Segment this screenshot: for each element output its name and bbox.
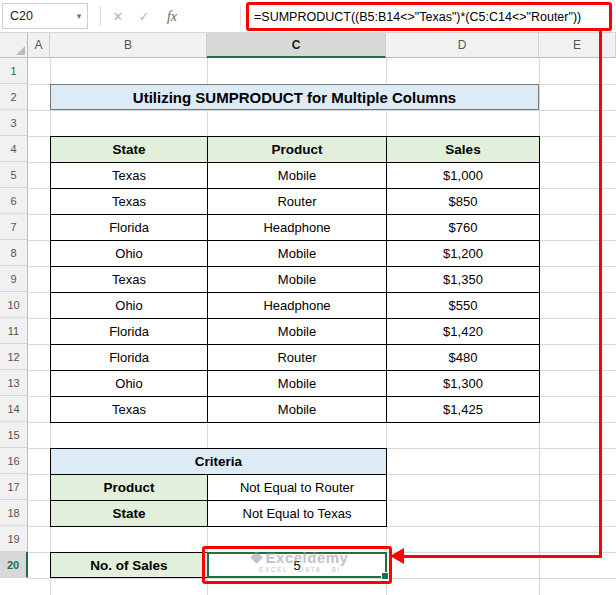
- cell-product[interactable]: Router: [208, 345, 387, 371]
- table-row: OhioMobile$1,200: [51, 241, 540, 267]
- row-header-13[interactable]: 13: [0, 370, 28, 396]
- criteria-label-product[interactable]: Product: [51, 475, 208, 501]
- row-header-20[interactable]: 20: [0, 552, 28, 578]
- table-row: TexasMobile$1,350: [51, 267, 540, 293]
- row-header-4[interactable]: 4: [0, 136, 28, 162]
- row-header-10[interactable]: 10: [0, 292, 28, 318]
- annotation-red-box: [202, 546, 392, 584]
- table-row: OhioHeadphone$550: [51, 293, 540, 319]
- name-box-value: C20: [3, 9, 71, 23]
- cell-product[interactable]: Mobile: [208, 241, 387, 267]
- cell-product[interactable]: Headphone: [208, 293, 387, 319]
- row-headers: 1234567891011121314151617181920: [0, 58, 28, 578]
- cell-sales[interactable]: $1,000: [387, 163, 540, 189]
- cell-state[interactable]: Texas: [51, 397, 208, 423]
- formula-text: =SUMPRODUCT((B5:B14<>"Texas")*(C5:C14<>"…: [249, 10, 581, 24]
- title-text: Utilizing SUMPRODUCT for Multiple Column…: [133, 89, 456, 106]
- row-header-1[interactable]: 1: [0, 58, 28, 84]
- cell-sales[interactable]: $1,350: [387, 267, 540, 293]
- cell-state[interactable]: Ohio: [51, 241, 208, 267]
- name-box[interactable]: C20 ▾: [2, 3, 88, 29]
- cell-state[interactable]: Texas: [51, 267, 208, 293]
- table-header-row: State Product Sales: [51, 137, 540, 163]
- cell-sales[interactable]: $1,300: [387, 371, 540, 397]
- criteria-row: Product Not Equal to Router: [51, 475, 387, 501]
- row-header-7[interactable]: 7: [0, 214, 28, 240]
- cell-product[interactable]: Mobile: [208, 267, 387, 293]
- table-row: FloridaHeadphone$760: [51, 215, 540, 241]
- cell-sales[interactable]: $1,420: [387, 319, 540, 345]
- cell-state[interactable]: Ohio: [51, 293, 208, 319]
- divider: [100, 6, 101, 26]
- row-header-14[interactable]: 14: [0, 396, 28, 422]
- cell-sales[interactable]: $1,425: [387, 397, 540, 423]
- cell-sales[interactable]: $550: [387, 293, 540, 319]
- cell-sales[interactable]: $850: [387, 189, 540, 215]
- column-headers: ABCDE: [28, 33, 616, 58]
- criteria-label-state[interactable]: State: [51, 501, 208, 527]
- cell-state[interactable]: Ohio: [51, 371, 208, 397]
- enter-icon[interactable]: ✓: [132, 0, 156, 33]
- title-banner: Utilizing SUMPRODUCT for Multiple Column…: [50, 84, 539, 110]
- row-header-5[interactable]: 5: [0, 162, 28, 188]
- row-header-19[interactable]: 19: [0, 526, 28, 552]
- row-header-11[interactable]: 11: [0, 318, 28, 344]
- column-header-E[interactable]: E: [539, 33, 616, 58]
- row-header-18[interactable]: 18: [0, 500, 28, 526]
- insert-function-icon[interactable]: fx: [160, 0, 184, 33]
- chevron-down-icon[interactable]: ▾: [71, 11, 87, 21]
- criteria-title: Criteria: [51, 449, 387, 475]
- cell-state[interactable]: Florida: [51, 345, 208, 371]
- column-header-A[interactable]: A: [28, 33, 50, 58]
- cell-product[interactable]: Mobile: [208, 397, 387, 423]
- result-label-cell[interactable]: No. of Sales: [50, 552, 208, 578]
- cell-product[interactable]: Router: [208, 189, 387, 215]
- header-state[interactable]: State: [51, 137, 208, 163]
- divider: [240, 6, 241, 26]
- row-header-9[interactable]: 9: [0, 266, 28, 292]
- excel-window: C20 ▾ ✕ ✓ fx =SUMPRODUCT((B5:B14<>"Texas…: [0, 0, 616, 595]
- cell-state[interactable]: Texas: [51, 189, 208, 215]
- cell-product[interactable]: Mobile: [208, 319, 387, 345]
- criteria-table: Criteria Product Not Equal to Router Sta…: [50, 448, 387, 527]
- row-header-16[interactable]: 16: [0, 448, 28, 474]
- table-row: FloridaMobile$1,420: [51, 319, 540, 345]
- criteria-value-product[interactable]: Not Equal to Router: [208, 475, 387, 501]
- row-header-2[interactable]: 2: [0, 84, 28, 110]
- cell-sales[interactable]: $480: [387, 345, 540, 371]
- column-header-C[interactable]: C: [207, 33, 386, 58]
- annotation-arrow-vertical: [599, 31, 602, 558]
- row-header-15[interactable]: 15: [0, 422, 28, 448]
- cell-product[interactable]: Mobile: [208, 163, 387, 189]
- cell-state[interactable]: Florida: [51, 319, 208, 345]
- table-row: OhioMobile$1,300: [51, 371, 540, 397]
- table-body: TexasMobile$1,000TexasRouter$850FloridaH…: [51, 163, 540, 423]
- column-header-B[interactable]: B: [50, 33, 207, 58]
- formula-bar: C20 ▾ ✕ ✓ fx =SUMPRODUCT((B5:B14<>"Texas…: [0, 0, 616, 33]
- row-header-3[interactable]: 3: [0, 110, 28, 136]
- cancel-icon[interactable]: ✕: [106, 0, 130, 33]
- gridline: [28, 110, 616, 111]
- row-header-17[interactable]: 17: [0, 474, 28, 500]
- annotation-arrowhead: [390, 548, 404, 564]
- criteria-value-state[interactable]: Not Equal to Texas: [208, 501, 387, 527]
- table-row: TexasMobile$1,000: [51, 163, 540, 189]
- table-row: TexasRouter$850: [51, 189, 540, 215]
- table-row: FloridaRouter$480: [51, 345, 540, 371]
- cell-state[interactable]: Florida: [51, 215, 208, 241]
- header-sales[interactable]: Sales: [387, 137, 540, 163]
- row-header-6[interactable]: 6: [0, 188, 28, 214]
- row-header-8[interactable]: 8: [0, 240, 28, 266]
- cell-sales[interactable]: $760: [387, 215, 540, 241]
- select-all-corner[interactable]: [0, 33, 28, 58]
- formula-input[interactable]: =SUMPRODUCT((B5:B14<>"Texas")*(C5:C14<>"…: [246, 2, 612, 31]
- column-header-D[interactable]: D: [386, 33, 539, 58]
- header-product[interactable]: Product: [208, 137, 387, 163]
- cell-product[interactable]: Mobile: [208, 371, 387, 397]
- criteria-row: State Not Equal to Texas: [51, 501, 387, 527]
- cell-state[interactable]: Texas: [51, 163, 208, 189]
- data-table: State Product Sales TexasMobile$1,000Tex…: [50, 136, 540, 423]
- cell-product[interactable]: Headphone: [208, 215, 387, 241]
- cell-sales[interactable]: $1,200: [387, 241, 540, 267]
- row-header-12[interactable]: 12: [0, 344, 28, 370]
